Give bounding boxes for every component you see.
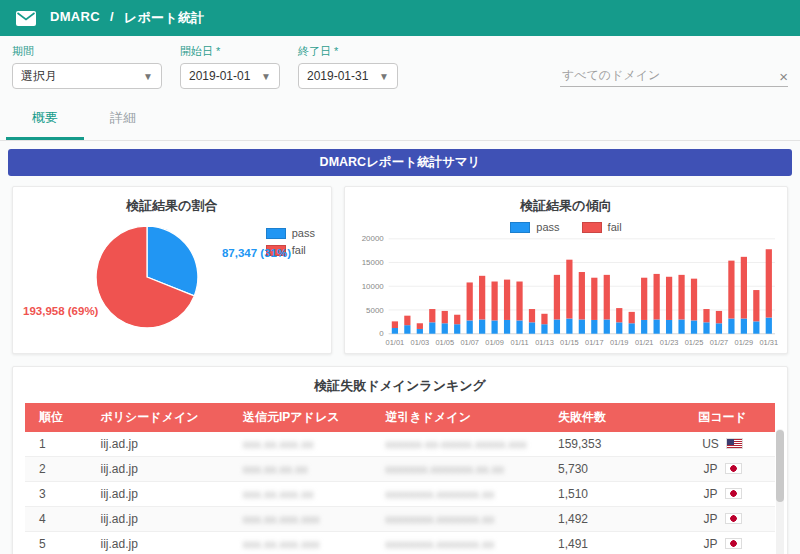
- bar-chart: 0500010000150002000001/0101/0301/0501/07…: [353, 235, 779, 347]
- country-cell: JP: [670, 507, 775, 532]
- legend-pass: pass: [266, 227, 315, 239]
- ip-cell: xxx.xx.xxx.xx: [235, 432, 378, 457]
- svg-text:10000: 10000: [362, 282, 384, 291]
- mail-icon[interactable]: [16, 11, 36, 26]
- bar-card: 検証結果の傾向 pass fail 0500010000150002000001…: [344, 186, 788, 354]
- svg-text:01/05: 01/05: [435, 338, 454, 347]
- start-date-field: 開始日 * 2019-01-01 ▼: [180, 44, 280, 89]
- masked-ip: xxx.xx.xxx.xxx: [243, 513, 320, 525]
- bar-title: 検証結果の傾向: [345, 197, 787, 215]
- svg-text:20000: 20000: [362, 235, 384, 243]
- masked-ip: xxx.xx.xxx.xx: [243, 488, 314, 500]
- column-ip: 送信元IPアドレス: [235, 403, 378, 432]
- ip-cell: xxx.xx.xx.xx: [235, 457, 378, 482]
- flag-jp-icon: [725, 463, 742, 474]
- fails-cell: 159,353: [550, 432, 670, 457]
- country-cell: US: [670, 432, 775, 457]
- svg-text:01/23: 01/23: [660, 338, 679, 347]
- table-scrollbar[interactable]: [776, 429, 784, 554]
- ranking-title: 検証失敗ドメインランキング: [13, 377, 787, 395]
- masked-ip: xxx.xx.xx.xx: [243, 463, 308, 475]
- domain-cell: iij.ad.jp: [93, 482, 236, 507]
- table-row[interactable]: 4iij.ad.jpxxx.xx.xxx.xxxxxxxxxxx.xxxxxxx…: [25, 507, 775, 532]
- masked-rdns: xxxxxxxx.xxxxxxx.xx: [386, 488, 495, 500]
- svg-text:01/19: 01/19: [610, 338, 629, 347]
- charts-row: 検証結果の割合 pass fail 87,347 (31%) 193,958 (…: [0, 186, 800, 354]
- pass-swatch: [510, 222, 530, 233]
- flag-jp-icon: [725, 538, 742, 549]
- tab-details[interactable]: 詳細: [84, 99, 162, 140]
- rdns-cell: xxxxxxx.xxxxxxx.xx.xx: [378, 457, 551, 482]
- masked-rdns: xxxxxxxx.xxxxxxx.xx: [386, 538, 495, 550]
- domain-cell: iij.ad.jp: [93, 532, 236, 554]
- masked-ip: xxx.xx.xxx.xx: [243, 438, 314, 450]
- end-date-field: 終了日 * 2019-01-31 ▼: [298, 44, 398, 89]
- svg-text:01/29: 01/29: [735, 338, 754, 347]
- ip-cell: xxx.xx.xxx.xxx: [235, 507, 378, 532]
- column-country: 国コード: [670, 403, 775, 432]
- column-fails: 失敗件数: [550, 403, 670, 432]
- domain-cell: iij.ad.jp: [93, 432, 236, 457]
- rank-cell: 3: [25, 482, 93, 507]
- svg-text:01/27: 01/27: [710, 338, 729, 347]
- summary-banner: DMARCレポート統計サマリ: [8, 149, 792, 176]
- rdns-cell: xxxxxx-xx-xxxxx.xxxxx.xxx: [378, 432, 551, 457]
- breadcrumb-dmarc[interactable]: DMARC: [50, 9, 100, 27]
- ip-cell: xxx.xx.xxx.xx: [235, 482, 378, 507]
- country-cell: JP: [670, 482, 775, 507]
- domain-cell: iij.ad.jp: [93, 457, 236, 482]
- svg-text:15000: 15000: [362, 258, 384, 267]
- table-row[interactable]: 5iij.ad.jpxxx.xx.xxx.xxxxxxxxxxx.xxxxxxx…: [25, 532, 775, 554]
- svg-text:01/31: 01/31: [760, 338, 779, 347]
- rdns-cell: xxxxxxxx.xxxxxxx.xx: [378, 482, 551, 507]
- end-date-select[interactable]: 2019-01-31 ▼: [298, 63, 398, 89]
- masked-rdns: xxxxxx-xx-xxxxx.xxxxx.xxx: [386, 438, 527, 450]
- table-row[interactable]: 2iij.ad.jpxxx.xx.xx.xxxxxxxxx.xxxxxxx.xx…: [25, 457, 775, 482]
- pass-annotation: 87,347 (31%): [222, 247, 291, 259]
- svg-text:0: 0: [379, 330, 383, 339]
- table-row[interactable]: 3iij.ad.jpxxx.xx.xxx.xxxxxxxxxx.xxxxxxx.…: [25, 482, 775, 507]
- end-date-value: 2019-01-31: [307, 69, 368, 83]
- ip-cell: xxx.xx.xxx.xxx: [235, 532, 378, 554]
- column-rdns: 逆引きドメイン: [378, 403, 551, 432]
- end-date-label: 終了日 *: [298, 44, 398, 59]
- table-header: 順位 ポリシードメイン 送信元IPアドレス 逆引きドメイン 失敗件数 国コード: [25, 403, 775, 432]
- country-cell: JP: [670, 532, 775, 554]
- tab-overview[interactable]: 概要: [6, 99, 84, 140]
- rank-cell: 1: [25, 432, 93, 457]
- svg-text:01/07: 01/07: [460, 338, 479, 347]
- legend-fail: fail: [582, 221, 622, 233]
- pass-swatch: [266, 228, 286, 239]
- tab-bar: 概要 詳細: [0, 99, 800, 141]
- scrollbar-thumb[interactable]: [776, 430, 784, 502]
- legend-fail-label: fail: [292, 244, 306, 256]
- clear-icon[interactable]: ×: [779, 69, 788, 84]
- flag-us-icon: [726, 438, 743, 449]
- ranking-table-body: 1iij.ad.jpxxx.xx.xxx.xxxxxxxx-xx-xxxxx.x…: [25, 432, 775, 554]
- svg-text:5000: 5000: [366, 306, 384, 315]
- pie-card: 検証結果の割合 pass fail 87,347 (31%) 193,958 (…: [12, 186, 332, 354]
- flag-jp-icon: [725, 513, 742, 524]
- column-rank: 順位: [25, 403, 93, 432]
- fail-annotation: 193,958 (69%): [23, 305, 98, 317]
- legend-pass-label: pass: [536, 221, 559, 233]
- chevron-down-icon: ▼: [379, 71, 389, 82]
- flag-jp-icon: [725, 488, 742, 499]
- legend-pass: pass: [510, 221, 559, 233]
- period-label: 期間: [12, 44, 162, 59]
- svg-text:01/25: 01/25: [685, 338, 704, 347]
- period-select[interactable]: 選択月 ▼: [12, 63, 162, 89]
- chevron-down-icon: ▼: [261, 71, 271, 82]
- fails-cell: 1,492: [550, 507, 670, 532]
- table-row[interactable]: 1iij.ad.jpxxx.xx.xxx.xxxxxxxx-xx-xxxxx.x…: [25, 432, 775, 457]
- svg-text:01/09: 01/09: [485, 338, 504, 347]
- masked-rdns: xxxxxxxx.xxxxxxx.xx: [386, 513, 495, 525]
- column-domain: ポリシードメイン: [93, 403, 236, 432]
- domain-filter-input[interactable]: [560, 64, 788, 87]
- fail-swatch: [582, 222, 602, 233]
- masked-rdns: xxxxxxx.xxxxxxx.xx.xx: [386, 463, 505, 475]
- pie-chart: [91, 221, 203, 333]
- fails-cell: 1,491: [550, 532, 670, 554]
- start-date-select[interactable]: 2019-01-01 ▼: [180, 63, 280, 89]
- svg-text:01/11: 01/11: [511, 338, 529, 347]
